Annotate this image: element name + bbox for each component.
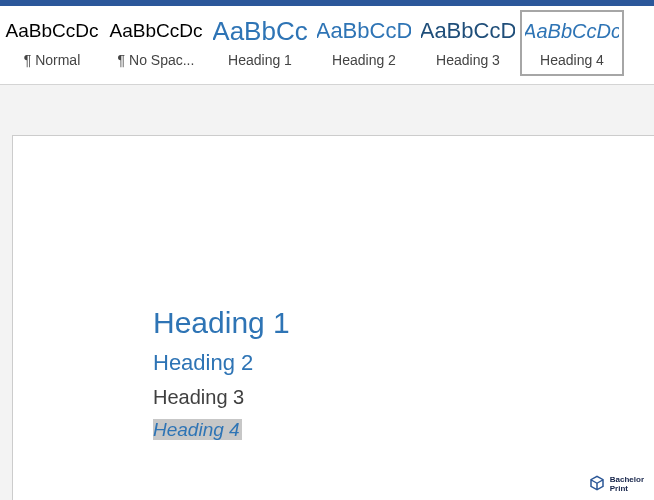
style-tile-heading-4[interactable]: AaBbCcDc Heading 4 (520, 10, 624, 76)
style-tile-heading-1[interactable]: AaBbCc Heading 1 (208, 10, 312, 76)
ribbon-gap (0, 85, 654, 135)
watermark-line2: Print (610, 484, 644, 493)
doc-heading-3[interactable]: Heading 3 (153, 386, 654, 409)
style-label: ¶ Normal (5, 52, 99, 68)
watermark: Bachelor Print (588, 474, 644, 494)
watermark-line1: Bachelor (610, 475, 644, 484)
doc-heading-1[interactable]: Heading 1 (153, 306, 654, 340)
style-tile-normal[interactable]: AaBbCcDc ¶ Normal (0, 10, 104, 76)
style-preview: AaBbCcDc (109, 16, 203, 46)
style-label: Heading 4 (525, 52, 619, 68)
style-tile-no-spacing[interactable]: AaBbCcDc ¶ No Spac... (104, 10, 208, 76)
style-tile-heading-3[interactable]: AaBbCcD Heading 3 (416, 10, 520, 76)
styles-ribbon: AaBbCcDc ¶ Normal AaBbCcDc ¶ No Spac... … (0, 6, 654, 85)
style-label: ¶ No Spac... (109, 52, 203, 68)
style-preview: AaBbCc (213, 16, 307, 46)
style-label: Heading 3 (421, 52, 515, 68)
style-preview: AaBbCcDc (5, 16, 99, 46)
style-preview: AaBbCcD (421, 16, 515, 46)
document-page[interactable]: Heading 1 Heading 2 Heading 3 Heading 4 (12, 135, 654, 500)
style-label: Heading 2 (317, 52, 411, 68)
cube-icon (588, 474, 606, 494)
doc-heading-4-selected[interactable]: Heading 4 (153, 419, 242, 440)
style-preview: AaBbCcDc (525, 16, 619, 46)
style-label: Heading 1 (213, 52, 307, 68)
doc-heading-2[interactable]: Heading 2 (153, 350, 654, 376)
style-preview: AaBbCcD (317, 16, 411, 46)
style-tile-heading-2[interactable]: AaBbCcD Heading 2 (312, 10, 416, 76)
